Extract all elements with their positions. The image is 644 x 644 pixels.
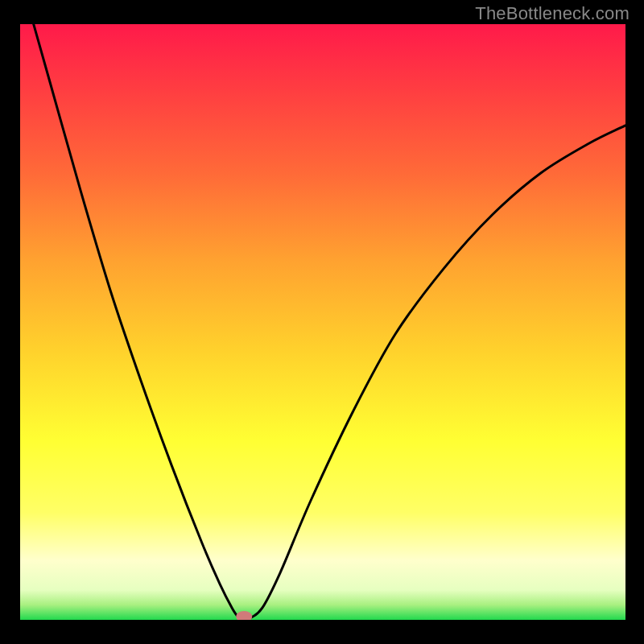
plot-area (20, 24, 625, 620)
chart-container: TheBottleneck.com (0, 0, 644, 644)
watermark-text: TheBottleneck.com (475, 3, 630, 24)
gradient-background (20, 24, 625, 620)
chart-svg (20, 24, 625, 620)
